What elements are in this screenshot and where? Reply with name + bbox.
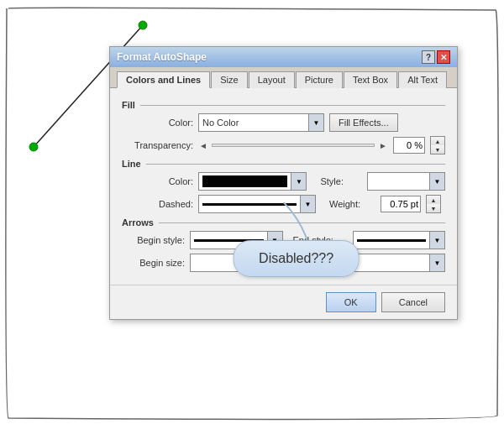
fill-color-label: Color:	[122, 118, 193, 128]
fill-color-value: No Color	[199, 118, 308, 128]
tooltip-bubble: Disabled???	[233, 240, 360, 277]
line-style-arrow: ▼	[429, 173, 444, 190]
weight-spinner-down[interactable]: ▼	[427, 204, 440, 212]
tab-alt-text[interactable]: Alt Text	[398, 71, 447, 88]
transparency-row: Transparency: ◄ ► ▲ ▼	[122, 136, 445, 154]
dialog-title-bar: Format AutoShape ? ✕	[110, 47, 457, 67]
fill-divider	[140, 105, 445, 106]
line-section-header: Line	[122, 159, 445, 169]
transparency-slider-track[interactable]	[212, 144, 375, 147]
tab-size[interactable]: Size	[211, 71, 247, 88]
fill-color-row: Color: No Color ▼ Fill Effects...	[122, 113, 445, 132]
fill-effects-button[interactable]: Fill Effects...	[329, 113, 398, 132]
spinner-up[interactable]: ▲	[431, 137, 444, 145]
end-style-arrow: ▼	[429, 232, 444, 249]
line-weight-label: Weight:	[329, 199, 375, 209]
begin-size-label: Begin size:	[122, 258, 185, 268]
tooltip-text: Disabled???	[259, 251, 333, 265]
tab-text-box[interactable]: Text Box	[344, 71, 397, 88]
line-color-row: Color: ▼ Style: ▼	[122, 172, 445, 191]
format-autoshape-dialog: Format AutoShape ? ✕ Colors and Lines Si…	[109, 46, 458, 320]
transparency-label: Transparency:	[122, 140, 193, 150]
end-style-dropdown[interactable]: ▼	[353, 231, 446, 249]
title-buttons: ? ✕	[422, 50, 450, 64]
end-size-arrow: ▼	[429, 254, 444, 271]
slider-right-arrow[interactable]: ►	[378, 141, 388, 150]
tab-layout[interactable]: Layout	[249, 71, 295, 88]
line-dashed-label: Dashed:	[122, 199, 193, 209]
close-button[interactable]: ✕	[437, 50, 450, 64]
dialog-footer: OK Cancel	[110, 285, 457, 319]
ok-button[interactable]: OK	[326, 292, 376, 312]
begin-style-label: Begin style:	[122, 235, 185, 245]
line-style-dropdown[interactable]: ▼	[367, 172, 445, 191]
transparency-slider-container: ◄ ►	[198, 141, 388, 150]
fill-color-arrow: ▼	[308, 114, 323, 131]
weight-spinner-up[interactable]: ▲	[427, 196, 440, 204]
tab-picture[interactable]: Picture	[296, 71, 343, 88]
help-button[interactable]: ?	[422, 50, 435, 64]
slider-left-arrow[interactable]: ◄	[198, 141, 208, 150]
arrows-section-title: Arrows	[122, 217, 154, 228]
line-color-arrow: ▼	[291, 173, 306, 190]
line-color-label: Color:	[122, 176, 193, 186]
weight-input[interactable]	[381, 196, 421, 212]
tab-colors-lines[interactable]: Colors and Lines	[117, 71, 210, 88]
transparency-input[interactable]	[393, 137, 425, 154]
dialog-title: Format AutoShape	[117, 51, 207, 63]
dialog-body: Fill Color: No Color ▼ Fill Effects... T…	[110, 88, 457, 285]
fill-section-title: Fill	[122, 100, 135, 110]
end-style-line	[357, 239, 427, 242]
line-section-title: Line	[122, 159, 141, 169]
spinner-down[interactable]: ▼	[431, 145, 444, 154]
disabled-tooltip: Disabled???	[233, 240, 360, 277]
weight-spinner: ▲ ▼	[426, 195, 441, 213]
cancel-button[interactable]: Cancel	[381, 292, 445, 312]
line-color-black	[202, 175, 287, 187]
line-color-dropdown[interactable]: ▼	[198, 172, 307, 191]
transparency-spinner: ▲ ▼	[430, 136, 445, 154]
tab-bar: Colors and Lines Size Layout Picture Tex…	[110, 67, 457, 88]
line-divider	[146, 164, 445, 165]
fill-color-dropdown[interactable]: No Color ▼	[198, 113, 324, 132]
end-size-dropdown[interactable]: ▼	[353, 254, 446, 272]
line-style-label: Style:	[320, 176, 362, 186]
fill-section-header: Fill	[122, 100, 445, 110]
